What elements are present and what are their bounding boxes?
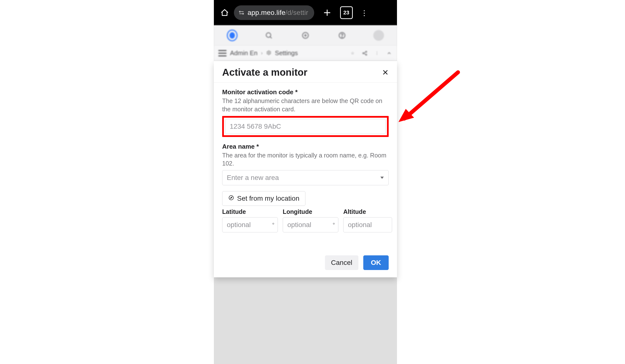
breadcrumb-bar: Admin En › Settings ☆ ⋮ [214,45,397,61]
latitude-input[interactable] [222,217,278,232]
activation-code-field: Monitor activation code * The 12 alphanu… [222,88,389,137]
cancel-button[interactable]: Cancel [325,255,358,270]
longitude-input[interactable] [283,217,338,232]
svg-line-21 [404,72,458,119]
svg-point-12 [342,37,342,37]
tab-count: 23 [343,10,349,15]
activate-monitor-modal: Activate a monitor ✕ Monitor activation … [214,61,397,277]
modal-footer: Cancel OK [214,241,397,277]
area-name-field: Area name * The area for the monitor is … [222,143,389,185]
degree-unit: ° [272,221,274,228]
svg-line-18 [364,54,366,55]
modal-title: Activate a monitor [222,67,307,78]
degree-unit: ° [333,221,335,228]
add-icon[interactable] [300,30,311,41]
browser-home-button[interactable] [220,8,229,18]
coordinates-row: Latitude ° Longitude ° [222,208,389,232]
svg-marker-22 [398,109,414,122]
svg-point-13 [268,52,270,54]
area-name-select[interactable] [222,170,389,185]
app-header [214,25,397,46]
share-icon[interactable] [361,50,368,57]
new-tab-button[interactable] [321,7,333,18]
close-icon[interactable]: ✕ [382,69,389,76]
svg-point-0 [239,11,240,12]
field-help: The 12 alphanumeric characters are below… [222,97,389,114]
annotation-highlight [222,116,389,137]
browser-overflow-menu[interactable]: ⋮ [359,7,370,18]
button-label: Set from my location [237,195,299,202]
altitude-label: Altitude [343,208,392,215]
site-settings-icon [238,9,245,16]
altitude-input[interactable] [343,217,392,232]
ok-button[interactable]: OK [363,255,389,270]
compass-icon [228,195,234,202]
help-icon[interactable] [337,30,347,41]
url-text: app.meo.life/d/settir [248,9,308,17]
tab-switcher-button[interactable]: 23 [340,6,353,19]
chevron-up-icon[interactable] [386,50,393,57]
longitude-label: Longitude [283,208,338,215]
breadcrumb-separator: › [261,50,263,56]
annotation-arrow [397,70,461,123]
svg-marker-20 [230,197,232,198]
app-logo-icon[interactable] [227,30,238,41]
svg-point-2 [242,13,243,14]
star-icon[interactable]: ☆ [349,50,356,57]
svg-line-17 [364,52,366,53]
browser-chrome: app.meo.life/d/settir 23 ⋮ [214,0,397,25]
field-help: The area for the monitor is typically a … [222,151,389,168]
breadcrumb-item[interactable]: Admin En [230,49,258,57]
field-label: Area name * [222,143,389,150]
mobile-browser-viewport: app.meo.life/d/settir 23 ⋮ [214,0,397,364]
svg-line-7 [270,37,272,38]
breadcrumb-item[interactable]: Settings [275,49,298,57]
url-bar[interactable]: app.meo.life/d/settir [234,5,314,20]
gear-icon [266,50,272,56]
overflow-icon[interactable]: ⋮ [374,50,380,57]
avatar-icon[interactable] [373,30,384,41]
svg-point-6 [266,33,271,37]
set-from-location-button[interactable]: Set from my location [222,191,305,206]
field-label: Monitor activation code * [222,88,389,96]
hamburger-menu-icon[interactable] [218,50,227,56]
search-icon[interactable] [263,30,274,41]
latitude-label: Latitude [222,208,278,215]
activation-code-input[interactable] [225,119,386,134]
